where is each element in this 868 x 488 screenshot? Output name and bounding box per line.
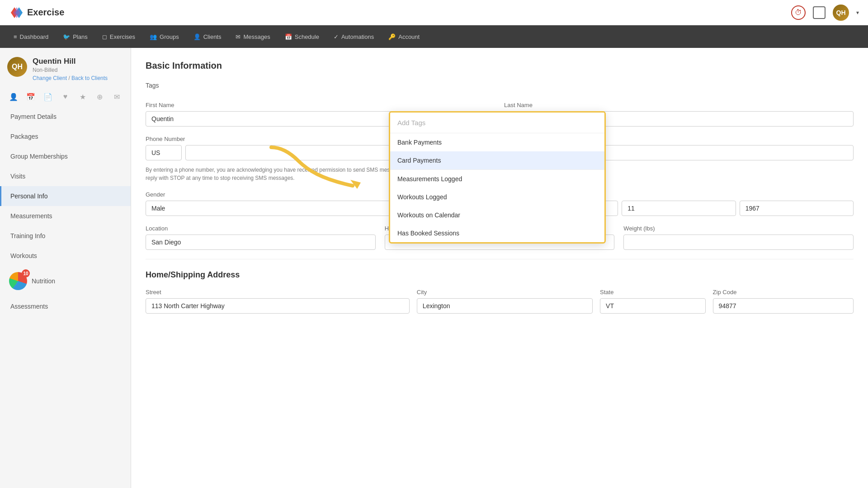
tags-dropdown: Bank Payments Card Payments Measurements… bbox=[389, 111, 606, 244]
tags-label: Tags bbox=[146, 82, 159, 89]
nav-dashboard[interactable]: ≡ Dashboard bbox=[7, 30, 55, 44]
top-bar: Exercise ⏱ QH ▾ bbox=[0, 0, 868, 25]
client-plus-icon[interactable]: ⊕ bbox=[95, 90, 104, 103]
phone-country-select[interactable]: US bbox=[146, 145, 182, 160]
weight-input[interactable] bbox=[623, 235, 854, 250]
nav-exercises[interactable]: ◻ Exercises bbox=[96, 30, 142, 44]
plans-icon: 🐦 bbox=[63, 33, 70, 40]
location-group: Location San Diego bbox=[146, 225, 376, 250]
user-avatar-top: QH bbox=[833, 5, 849, 21]
tag-card-payments[interactable]: Card Payments bbox=[390, 151, 604, 169]
nutrition-icon-wrapper: 10 bbox=[9, 272, 27, 290]
nav-schedule[interactable]: 📅 Schedule bbox=[278, 30, 326, 44]
nutrition-label: Nutrition bbox=[32, 277, 55, 285]
address-row: Street City State Zip Code bbox=[146, 289, 854, 314]
tag-workouts-on-calendar[interactable]: Workouts on Calendar bbox=[390, 206, 604, 224]
account-icon: 🔑 bbox=[388, 33, 396, 40]
section-title: Basic Information bbox=[146, 61, 854, 71]
client-document-icon[interactable]: 📄 bbox=[43, 90, 52, 103]
state-label: State bbox=[600, 289, 706, 296]
nav-automations[interactable]: ✓ Automations bbox=[327, 30, 380, 44]
sidebar-item-visits[interactable]: Visits bbox=[0, 166, 131, 186]
clients-icon: 👤 bbox=[193, 33, 201, 40]
nutrition-badge: 10 bbox=[22, 269, 30, 277]
window-icon[interactable] bbox=[813, 6, 826, 19]
nav-bar: ≡ Dashboard 🐦 Plans ◻ Exercises 👥 Groups… bbox=[0, 25, 868, 48]
street-label: Street bbox=[146, 289, 410, 296]
tag-measurements-logged[interactable]: Measurements Logged bbox=[390, 170, 604, 188]
automations-icon: ✓ bbox=[334, 33, 339, 40]
logo-icon bbox=[9, 5, 24, 20]
client-name: Quentin Hill bbox=[33, 57, 123, 66]
top-bar-right: ⏱ QH ▾ bbox=[791, 5, 859, 21]
birth-day-select[interactable]: 11 bbox=[622, 201, 736, 216]
clock-icon[interactable]: ⏱ bbox=[791, 5, 806, 20]
groups-icon: 👥 bbox=[150, 33, 157, 40]
city-label: City bbox=[417, 289, 593, 296]
client-links: Change Client / Back to Clients bbox=[33, 75, 123, 81]
sidebar-item-workouts[interactable]: Workouts bbox=[0, 246, 131, 266]
client-email-icon[interactable]: ✉ bbox=[113, 90, 122, 103]
sidebar-item-packages[interactable]: Packages bbox=[0, 127, 131, 146]
content-area: Basic Information Tags First Name Last N… bbox=[131, 48, 868, 488]
sidebar-item-measurements[interactable]: Measurements bbox=[0, 206, 131, 226]
tag-bank-payments[interactable]: Bank Payments bbox=[390, 133, 604, 151]
logo-area: Exercise bbox=[9, 5, 791, 20]
sidebar-item-nutrition[interactable]: 10 Nutrition bbox=[0, 266, 131, 296]
sidebar-item-assessments[interactable]: Assessments bbox=[0, 296, 131, 316]
sidebar-item-group-memberships[interactable]: Group Memberships bbox=[0, 146, 131, 166]
tag-has-booked-sessions[interactable]: Has Booked Sessions bbox=[390, 224, 604, 242]
client-info: Quentin Hill Non-Billed Change Client / … bbox=[33, 57, 123, 81]
change-client-link[interactable]: Change Client bbox=[33, 75, 67, 81]
client-calendar-icon[interactable]: 📅 bbox=[26, 90, 35, 103]
sidebar-item-personal-info[interactable]: Personal Info bbox=[0, 186, 131, 206]
schedule-icon: 📅 bbox=[285, 33, 292, 40]
main-container: QH Quentin Hill Non-Billed Change Client… bbox=[0, 48, 868, 488]
client-profile-icon[interactable]: 👤 bbox=[9, 90, 18, 103]
sidebar-item-payment-details[interactable]: Payment Details bbox=[0, 107, 131, 127]
weight-group: Weight (lbs) bbox=[623, 225, 854, 250]
dashboard-icon: ≡ bbox=[14, 33, 17, 40]
sidebar: QH Quentin Hill Non-Billed Change Client… bbox=[0, 48, 131, 488]
nav-account[interactable]: 🔑 Account bbox=[382, 30, 426, 44]
city-input[interactable] bbox=[417, 298, 593, 314]
app-name: Exercise bbox=[27, 7, 64, 18]
location-label: Location bbox=[146, 225, 376, 232]
zip-label: Zip Code bbox=[713, 289, 854, 296]
nav-clients[interactable]: 👤 Clients bbox=[187, 30, 228, 44]
client-status: Non-Billed bbox=[33, 67, 123, 73]
street-input[interactable] bbox=[146, 298, 410, 314]
messages-icon: ✉ bbox=[236, 33, 241, 40]
street-group: Street bbox=[146, 289, 410, 314]
nav-messages[interactable]: ✉ Messages bbox=[229, 30, 276, 44]
address-title: Home/Shipping Address bbox=[146, 259, 854, 280]
first-name-label: First Name bbox=[146, 102, 495, 108]
client-avatar: QH bbox=[7, 57, 27, 77]
sidebar-item-training-info[interactable]: Training Info bbox=[0, 226, 131, 246]
weight-label: Weight (lbs) bbox=[623, 225, 854, 232]
tag-workouts-logged[interactable]: Workouts Logged bbox=[390, 188, 604, 206]
state-group: State bbox=[600, 289, 706, 314]
client-heart-icon[interactable]: ♥ bbox=[61, 90, 70, 103]
sidebar-nav: Payment Details Packages Group Membershi… bbox=[0, 107, 131, 266]
tags-row: Tags bbox=[146, 82, 854, 89]
client-star-icon[interactable]: ★ bbox=[78, 90, 87, 103]
last-name-label: Last Name bbox=[504, 102, 854, 108]
exercises-icon: ◻ bbox=[102, 33, 107, 40]
state-input[interactable] bbox=[600, 298, 706, 314]
city-group: City bbox=[417, 289, 593, 314]
birth-year-select[interactable]: 1967 bbox=[740, 201, 854, 216]
back-to-clients-link[interactable]: Back to Clients bbox=[71, 75, 108, 81]
nav-groups[interactable]: 👥 Groups bbox=[143, 30, 185, 44]
client-header: QH Quentin Hill Non-Billed Change Client… bbox=[0, 48, 131, 87]
zip-input[interactable] bbox=[713, 298, 854, 314]
location-select[interactable]: San Diego bbox=[146, 235, 376, 250]
user-menu-chevron[interactable]: ▾ bbox=[856, 9, 859, 16]
tags-search-input[interactable] bbox=[390, 113, 604, 133]
zip-group: Zip Code bbox=[713, 289, 854, 314]
nav-plans[interactable]: 🐦 Plans bbox=[57, 30, 94, 44]
client-icons-row: 👤 📅 📄 ♥ ★ ⊕ ✉ bbox=[0, 90, 131, 103]
